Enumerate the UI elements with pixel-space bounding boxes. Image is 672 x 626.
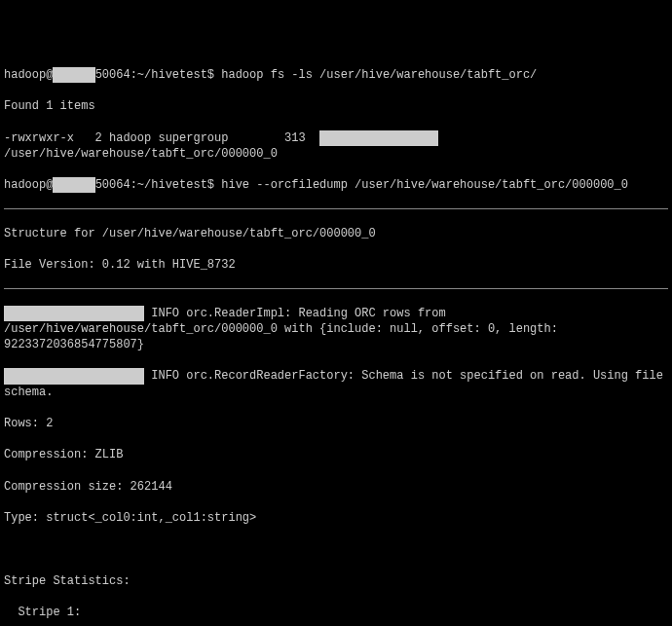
redacted-host <box>53 67 94 83</box>
prompt-user: hadoop@ <box>4 178 53 192</box>
terminal-output: Type: struct<_col0:int,_col1:string> <box>4 510 668 526</box>
divider <box>4 208 668 209</box>
blank-line <box>4 541 668 557</box>
redacted-date <box>319 130 438 146</box>
terminal-output: INFO orc.ReaderImpl: Reading ORC rows fr… <box>4 306 668 353</box>
terminal-output: INFO orc.RecordReaderFactory: Schema is … <box>4 368 668 399</box>
terminal-output: Rows: 2 <box>4 416 668 431</box>
command-text: hive --orcfiledump /user/hive/warehouse/… <box>221 178 628 192</box>
command-text: hadoop fs -ls /user/hive/warehouse/tabft… <box>221 68 537 82</box>
redacted-host <box>53 177 94 193</box>
prompt-path: 50064:~/hivetest$ <box>95 68 222 82</box>
redacted-timestamp <box>4 306 144 321</box>
prompt-path: 50064:~/hivetest$ <box>95 178 222 192</box>
divider <box>4 288 668 289</box>
redacted-timestamp <box>4 368 144 384</box>
terminal-output: File Version: 0.12 with HIVE_8732 <box>4 257 668 273</box>
terminal-output: -rwxrwxr-x 2 hadoop supergroup 313 /user… <box>4 130 668 162</box>
prompt-user: hadoop@ <box>4 68 53 82</box>
terminal-output: Stripe 1: <box>4 605 668 620</box>
file-perms: -rwxrwxr-x 2 hadoop supergroup 313 <box>4 131 319 145</box>
terminal-output: Compression: ZLIB <box>4 447 668 462</box>
terminal-output: Compression size: 262144 <box>4 479 668 495</box>
terminal-line[interactable]: hadoop@ 50064:~/hivetest$ hive --orcfile… <box>4 177 668 193</box>
terminal-output: Found 1 items <box>4 98 668 114</box>
terminal-output: Structure for /user/hive/warehouse/tabft… <box>4 226 668 241</box>
terminal-line[interactable]: hadoop@ 50064:~/hivetest$ hadoop fs -ls … <box>4 67 668 83</box>
section-header: Stripe Statistics: <box>4 573 668 589</box>
